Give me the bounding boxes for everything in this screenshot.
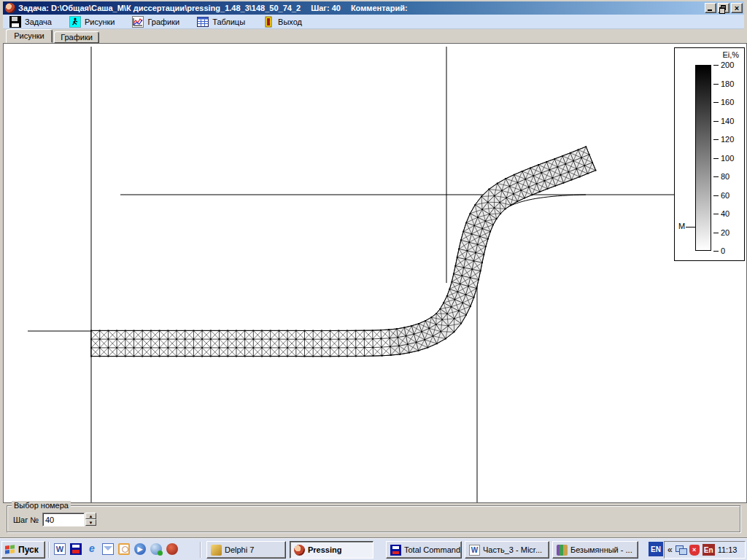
close-button[interactable]: × (731, 3, 743, 13)
restore-button[interactable] (718, 3, 729, 13)
language-indicator-secondary[interactable]: En (703, 544, 715, 556)
toolbar-button-exit[interactable]: Выход (260, 15, 304, 28)
task-button-untitled[interactable]: Безымянный - ... (552, 541, 638, 559)
step-spinner: ▲ ▼ (85, 513, 96, 526)
paint-icon (557, 545, 568, 556)
legend-tick-label: 40 (721, 209, 729, 218)
legend-tick-label: 20 (721, 228, 729, 237)
task-label: Total Command... (404, 545, 462, 554)
groupbox-label: Выбор номера (12, 501, 71, 510)
step-number-input[interactable] (42, 513, 85, 526)
toolbar-label: Выход (278, 18, 302, 26)
fem-mesh-scene (4, 44, 746, 502)
taskbar-separator (200, 542, 201, 558)
mesh-cells-curved (389, 147, 596, 355)
system-tray: « × En 11:13 (664, 541, 746, 559)
legend-tick (713, 65, 719, 66)
tab-bar: Рисунки Графики (3, 29, 744, 43)
line-chart-icon (132, 16, 144, 28)
start-label: Пуск (18, 545, 39, 555)
language-indicator-primary[interactable]: EN (649, 542, 663, 556)
pressing-icon (294, 545, 305, 556)
legend-tick-label: 120 (721, 135, 734, 144)
app-window: Задача: D:\Общая\Саша_М\К диссертации\pr… (0, 0, 747, 537)
legend-tick (713, 233, 719, 233)
task-label: Delphi 7 (225, 545, 254, 554)
task-label: Часть_3 - Micr... (483, 545, 542, 554)
legend-tick-label: 180 (721, 79, 734, 88)
legend-tick-label: 80 (721, 172, 729, 181)
outlook-express-icon[interactable] (102, 543, 115, 556)
toolbar-label: Таблицы (212, 18, 245, 26)
exit-door-icon (263, 16, 274, 28)
titlebar: Задача: D:\Общая\Саша_М\К диссертации\pr… (3, 1, 744, 15)
legend-tick (713, 102, 719, 103)
legend-tick-label: 0 (721, 246, 725, 255)
word-doc-icon: W (469, 545, 480, 556)
toolbar-label: Задача (25, 18, 52, 26)
legend-tick (713, 251, 719, 252)
media-player-icon[interactable]: ▶ (134, 543, 147, 556)
legend-marker-line (686, 227, 695, 228)
task-button-total-commander[interactable]: Total Command... (386, 541, 462, 559)
minimize-button[interactable] (705, 3, 716, 13)
total-commander-icon (390, 545, 401, 556)
task-label: Pressing (308, 545, 341, 554)
word-icon[interactable]: W (54, 543, 66, 556)
total-commander-icon[interactable] (70, 543, 82, 556)
step-number-label: Шаг № (13, 516, 39, 524)
app-icon (5, 3, 15, 13)
step-groupbox: Выбор номера Шаг № ▲ ▼ (7, 505, 740, 532)
task-button-word-document[interactable]: W Часть_3 - Micr... (465, 541, 549, 559)
toolbar-button-tables[interactable]: Таблицы (195, 15, 247, 28)
legend-tick (713, 214, 719, 214)
download-sphere-icon[interactable] (150, 543, 163, 556)
task-button-delphi[interactable]: Delphi 7 (206, 541, 286, 559)
close-icon: × (732, 3, 742, 13)
toolbar: Задача Рисунки Графики Таблицы Выход (3, 15, 744, 29)
legend-tick (713, 176, 719, 177)
step-spin-up-button[interactable]: ▲ (85, 513, 96, 519)
table-icon (197, 16, 209, 28)
toolbar-button-task[interactable]: Задача (7, 15, 54, 28)
legend-tick (713, 121, 719, 122)
download-master-icon[interactable] (166, 543, 179, 556)
legend-tick (713, 84, 719, 85)
internet-explorer-icon[interactable]: e (86, 543, 98, 556)
toolbar-button-pictures[interactable]: Рисунки (67, 15, 117, 28)
windows-flag-icon (5, 545, 15, 554)
scheduler-clock-icon[interactable] (118, 543, 131, 556)
legend-tick (713, 195, 719, 196)
security-shield-icon[interactable]: × (689, 545, 700, 556)
taskbar: Пуск W e ▶ Delphi 7 Pressing Total Comma… (0, 538, 747, 560)
task-button-pressing[interactable]: Pressing (290, 541, 374, 559)
strain-legend: Ei,% 200180160140120100806040200M (674, 47, 745, 261)
legend-tick-label: 160 (721, 98, 734, 106)
legend-title: Ei,% (722, 50, 739, 59)
legend-tick (713, 158, 719, 159)
tab-pictures[interactable]: Рисунки (6, 29, 53, 43)
tray-chevron-icon[interactable]: « (667, 545, 673, 554)
taskbar-separator (48, 542, 50, 558)
legend-marker-label: M (678, 222, 685, 230)
legend-tick (713, 139, 719, 140)
delphi-icon (211, 545, 222, 556)
legend-tick-label: 140 (721, 117, 734, 125)
toolbar-label: Графики (147, 18, 179, 26)
legend-gradient-bar (695, 65, 711, 251)
minimize-icon (708, 9, 712, 11)
restore-icon (721, 5, 726, 10)
floppy-disk-icon (9, 16, 21, 28)
window-title: Задача: D:\Общая\Саша_М\К диссертации\pr… (18, 4, 705, 12)
tab-charts[interactable]: Графики (54, 31, 99, 43)
legend-tick-label: 200 (721, 61, 734, 69)
title-task-path: Задача: D:\Общая\Саша_М\К диссертации\pr… (18, 4, 301, 12)
walking-man-icon (69, 16, 81, 28)
start-button[interactable]: Пуск (1, 541, 45, 559)
toolbar-button-charts[interactable]: Графики (130, 15, 182, 28)
tray-clock: 11:13 (718, 545, 738, 554)
step-selection-panel: Выбор номера Шаг № ▲ ▼ (3, 503, 744, 536)
drawing-canvas: Ei,% 200180160140120100806040200M (3, 43, 747, 503)
network-icon[interactable] (676, 545, 686, 555)
step-spin-down-button[interactable]: ▼ (85, 519, 96, 526)
